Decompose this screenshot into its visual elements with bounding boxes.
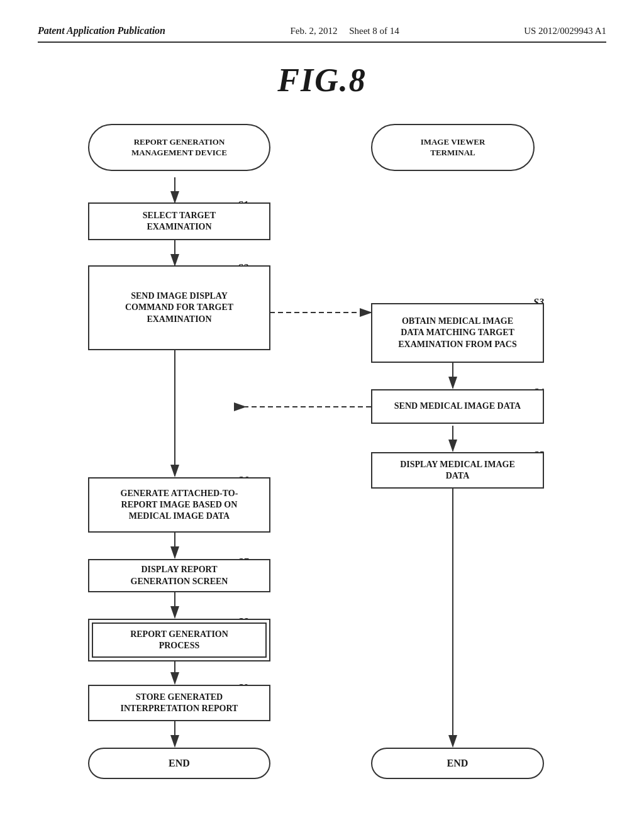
box-s2-text: SEND IMAGE DISPLAYCOMMAND FOR TARGETEXAM…	[125, 290, 233, 325]
box-s8-text: REPORT GENERATIONPROCESS	[130, 629, 228, 651]
box-s9: STORE GENERATEDINTERPRETATION REPORT	[88, 685, 270, 721]
publication-label: Patent Application Publication	[38, 25, 165, 36]
box-s1-text: SELECT TARGETEXAMINATION	[143, 210, 216, 233]
date: Feb. 2, 2012	[290, 26, 337, 36]
box-s7-text: DISPLAY REPORTGENERATION SCREEN	[131, 564, 228, 587]
right-header-text: IMAGE VIEWERTERMINAL	[421, 137, 486, 158]
date-sheet: Feb. 2, 2012 Sheet 8 of 14	[290, 26, 399, 36]
end-left-text: END	[169, 757, 190, 770]
box-s3: OBTAIN MEDICAL IMAGEDATA MATCHING TARGET…	[371, 303, 544, 363]
left-column-header: REPORT GENERATIONMANAGEMENT DEVICE	[88, 124, 270, 171]
end-right-text: END	[447, 757, 469, 770]
box-s7: DISPLAY REPORTGENERATION SCREEN	[88, 559, 270, 592]
box-s8: REPORT GENERATIONPROCESS	[88, 619, 270, 661]
box-s1: SELECT TARGETEXAMINATION	[88, 202, 270, 240]
page: Patent Application Publication Feb. 2, 2…	[0, 0, 644, 830]
box-s2: SEND IMAGE DISPLAYCOMMAND FOR TARGETEXAM…	[88, 265, 270, 350]
patent-number: US 2012/0029943 A1	[524, 26, 606, 36]
end-right: END	[371, 748, 544, 779]
box-s4-text: SEND MEDICAL IMAGE DATA	[394, 401, 521, 412]
figure-title: FIG.8	[38, 62, 606, 99]
header: Patent Application Publication Feb. 2, 2…	[38, 25, 606, 43]
box-s4: SEND MEDICAL IMAGE DATA	[371, 389, 544, 424]
box-s5-text: DISPLAY MEDICAL IMAGEDATA	[400, 459, 515, 482]
right-column-header: IMAGE VIEWERTERMINAL	[371, 124, 535, 171]
box-s3-text: OBTAIN MEDICAL IMAGEDATA MATCHING TARGET…	[398, 316, 516, 350]
flowchart: REPORT GENERATIONMANAGEMENT DEVICE IMAGE…	[38, 118, 606, 778]
box-s5: DISPLAY MEDICAL IMAGEDATA	[371, 452, 544, 489]
box-s6-text: GENERATE ATTACHED-TO-REPORT IMAGE BASED …	[121, 488, 238, 523]
box-s9-text: STORE GENERATEDINTERPRETATION REPORT	[121, 692, 238, 714]
left-header-text: REPORT GENERATIONMANAGEMENT DEVICE	[131, 137, 227, 158]
box-s6: GENERATE ATTACHED-TO-REPORT IMAGE BASED …	[88, 477, 270, 533]
end-left: END	[88, 748, 270, 779]
sheet: Sheet 8 of 14	[349, 26, 399, 36]
